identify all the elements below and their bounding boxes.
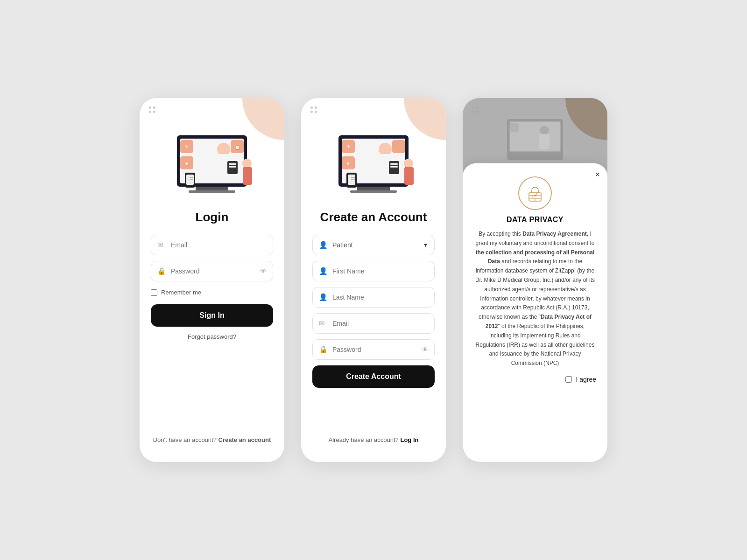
password-input[interactable] (151, 261, 273, 281)
svg-point-56 (534, 195, 536, 196)
login-prompt: Already have an account? Log In (329, 422, 419, 443)
svg-rect-49 (510, 123, 519, 132)
svg-rect-26 (350, 190, 397, 193)
svg-point-47 (540, 126, 549, 134)
privacy-modal-card: × DATA PRIVACY By accepting this Data Pr… (463, 98, 607, 462)
create-account-prompt: Don't have an account? Create an account (153, 422, 271, 443)
login-illustration: + ♥ 📋 (140, 103, 284, 210)
lock-icon-circle (518, 176, 552, 210)
agree-label: I agree (576, 376, 596, 383)
sign-in-button[interactable]: Sign In (151, 304, 273, 327)
svg-rect-12 (243, 167, 252, 185)
close-button[interactable]: × (595, 170, 600, 180)
svg-rect-35 (404, 167, 414, 185)
svg-rect-21 (190, 177, 193, 178)
login-form: Login ✉ 🔒 👁 Remember me Sign In Forgot p… (140, 210, 284, 340)
last-name-input[interactable] (312, 287, 435, 308)
svg-rect-44 (351, 179, 355, 180)
login-card: + ♥ 📋 Login ✉ 🔒 👁 Remember me Sign In (140, 98, 284, 462)
email-input-group: ✉ (151, 235, 273, 255)
svg-text:♥: ♥ (185, 161, 188, 166)
svg-rect-32 (390, 163, 398, 165)
email-input[interactable] (151, 235, 273, 255)
svg-rect-33 (390, 166, 398, 168)
modal-body-text: By accepting this Data Privacy Agreement… (474, 230, 596, 368)
svg-text:+: + (346, 143, 350, 150)
person-icon: 👤 (319, 267, 328, 275)
lock-icon: 🔒 (157, 267, 166, 275)
person-icon: 👤 (319, 293, 328, 301)
remember-row: Remember me (151, 289, 273, 296)
svg-text:📋: 📋 (235, 145, 240, 150)
login-title: Login (196, 210, 229, 224)
email-icon: ✉ (319, 319, 325, 328)
remember-label: Remember me (161, 289, 201, 296)
eye-icon[interactable]: 👁 (260, 267, 267, 275)
first-name-input-group: 👤 (312, 261, 435, 281)
svg-point-34 (404, 159, 413, 168)
role-select-group: 👤 Patient ▼ (312, 235, 435, 255)
already-text: Already have an account? (329, 436, 399, 443)
agree-row: I agree (474, 376, 596, 383)
register-illustration: + ♥ (301, 103, 446, 210)
lock-icon: 🔒 (319, 345, 328, 354)
no-account-text: Don't have an account? (153, 436, 217, 443)
password-input[interactable] (312, 339, 435, 360)
svg-text:+: + (185, 143, 189, 150)
privacy-modal: × DATA PRIVACY By accepting this Data Pr… (463, 163, 607, 462)
register-form: Create an Account 👤 Patient ▼ 👤 👤 ✉ 🔒 👁 … (301, 210, 446, 394)
email-icon: ✉ (157, 241, 163, 249)
password-input-group: 🔒 👁 (312, 339, 435, 360)
role-select[interactable]: Patient (312, 235, 435, 255)
person-icon: 👤 (319, 241, 328, 249)
svg-rect-29 (376, 156, 381, 170)
password-input-group: 🔒 👁 (151, 261, 273, 281)
svg-rect-25 (357, 187, 390, 190)
svg-rect-40 (392, 140, 405, 153)
svg-point-27 (379, 143, 392, 156)
svg-rect-22 (190, 179, 193, 180)
svg-rect-3 (189, 190, 235, 193)
svg-text:♥: ♥ (347, 161, 350, 166)
svg-rect-10 (229, 166, 236, 168)
svg-rect-43 (351, 177, 355, 178)
modal-title: DATA PRIVACY (507, 216, 564, 224)
create-account-link-text[interactable]: Create an account (218, 436, 271, 443)
create-account-button[interactable]: Create Account (312, 365, 435, 388)
background-illustration (463, 109, 607, 170)
email-input-group: ✉ (312, 313, 435, 334)
svg-rect-6 (214, 156, 220, 170)
register-title: Create an Account (320, 210, 427, 224)
eye-icon[interactable]: 👁 (422, 346, 428, 353)
login-link[interactable]: Log In (400, 436, 418, 443)
remember-checkbox[interactable] (151, 289, 157, 296)
svg-point-4 (217, 143, 230, 156)
first-name-input[interactable] (312, 261, 435, 281)
svg-rect-9 (229, 163, 236, 165)
agree-checkbox[interactable] (565, 376, 572, 383)
svg-rect-2 (196, 187, 228, 190)
last-name-input-group: 👤 (312, 287, 435, 308)
register-card: + ♥ Create an Account 👤 Patient ▼ 👤 👤 (301, 98, 446, 462)
svg-point-11 (242, 159, 252, 168)
email-input[interactable] (312, 313, 435, 334)
svg-rect-48 (539, 134, 550, 149)
forgot-password-link[interactable]: Forgot password? (188, 333, 236, 340)
